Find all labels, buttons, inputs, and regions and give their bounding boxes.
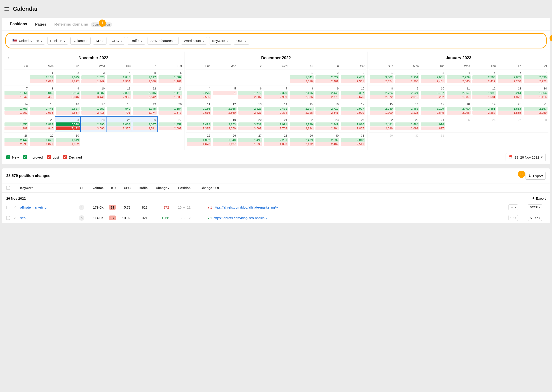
calendar-day[interactable]: 41,8481,954 xyxy=(106,70,132,85)
calendar-day[interactable]: 141,7631,869 xyxy=(4,101,29,117)
sf-badge[interactable]: 5 xyxy=(79,215,84,221)
calendar-day[interactable]: 72,3202,959 xyxy=(263,85,289,101)
legend-new[interactable]: ✓New xyxy=(6,155,19,159)
calendar-day[interactable]: 212,1572,059 xyxy=(523,101,548,117)
calendar-day[interactable]: 112,1562,616 xyxy=(186,101,212,117)
calendar-day[interactable]: 51 xyxy=(212,85,237,101)
calendar-day[interactable]: 252,0642,376 xyxy=(106,117,132,132)
chart-button[interactable]: 〰 xyxy=(509,215,518,221)
tab-positions[interactable]: Positions xyxy=(6,18,31,30)
calendar-day[interactable]: 52,5652,412 xyxy=(471,70,497,85)
calendar-day[interactable]: 92,6242,012 xyxy=(394,85,420,101)
keyword-link[interactable]: seo xyxy=(20,216,72,220)
calendar-day[interactable]: 21,6251,892 xyxy=(55,70,81,85)
calendar-day[interactable]: 24914827 xyxy=(420,117,446,132)
calendar-day[interactable]: 172,9072,999 xyxy=(340,101,366,117)
group-export[interactable]: ⬇Export xyxy=(532,196,546,200)
filter-url[interactable]: URL xyxy=(234,37,249,45)
calendar-day[interactable]: 122,3162,542 xyxy=(132,85,157,101)
calendar-day[interactable]: 162,4532,225 xyxy=(394,101,420,117)
calendar-day[interactable]: 132,3272,427 xyxy=(237,101,263,117)
calendar-day[interactable]: 152,7452,985 xyxy=(29,101,55,117)
calendar-day[interactable]: 141,3541,116 xyxy=(523,85,548,101)
calendar-day[interactable]: 201,6631,568 xyxy=(497,101,523,117)
tab-pages[interactable]: Pages xyxy=(31,18,50,30)
select-all-checkbox[interactable] xyxy=(6,186,10,190)
calendar-day[interactable]: 261,3401,197 xyxy=(212,132,237,148)
calendar-day[interactable]: 192,4812,268 xyxy=(471,101,497,117)
filter-word-count[interactable]: Word count xyxy=(181,37,207,45)
calendar-day[interactable]: 32,4022,561 xyxy=(340,70,366,85)
row-checkbox[interactable] xyxy=(6,206,10,209)
calendar-day[interactable]: 142,4712,384 xyxy=(263,101,289,117)
calendar-day[interactable]: 42,2752,595 xyxy=(186,85,212,101)
filter-united-states[interactable]: United States xyxy=(10,37,45,45)
calendar-day[interactable]: 191,3451,774 xyxy=(132,101,157,117)
filter-volume[interactable]: Volume xyxy=(70,37,90,45)
calendar-day[interactable]: 31,6201,749 xyxy=(81,70,106,85)
filter-kd[interactable]: KD xyxy=(93,37,106,45)
calendar-day[interactable]: 152,3972,326 xyxy=(289,101,314,117)
calendar-day[interactable]: 312,8182,511 xyxy=(340,132,366,148)
calendar-day[interactable]: 71,6611,842 xyxy=(4,85,29,101)
calendar-day[interactable]: 102,7072,252 xyxy=(420,85,446,101)
calendar-day[interactable]: 271,8592,097 xyxy=(158,117,183,132)
calendar-day[interactable]: 212,9912,704 xyxy=(263,117,289,132)
calendar-day[interactable]: 82,4962,936 xyxy=(289,85,314,101)
calendar-day[interactable]: 222,7292,394 xyxy=(289,117,314,132)
calendar-day[interactable]: 132,2141,871 xyxy=(497,85,523,101)
calendar-day[interactable]: 173,1992,845 xyxy=(420,101,446,117)
serp-button[interactable]: SERP xyxy=(528,204,542,210)
legend-improved[interactable]: ✓Improved xyxy=(23,155,43,159)
calendar-day[interactable]: 62,6052,230 xyxy=(497,70,523,85)
calendar-day[interactable]: 171,8522,416 xyxy=(81,101,106,117)
calendar-day[interactable]: 13,0022,354 xyxy=(369,70,394,85)
calendar-day[interactable]: 22,9512,360 xyxy=(394,70,420,85)
sf-badge[interactable]: 4 xyxy=(79,205,84,210)
calendar-day[interactable]: 11,1571,623 xyxy=(29,70,55,85)
filter-cpc[interactable]: CPC xyxy=(109,37,125,45)
url-link[interactable]: https://ahrefs.com/blog/seo-basics/ xyxy=(214,216,507,220)
calendar-day[interactable]: 211,4501,889 xyxy=(4,117,29,132)
calendar-day[interactable]: 291,6291,827 xyxy=(29,132,55,148)
date-range-button[interactable]: 📅 23–26 Nov 2022 ▾ xyxy=(506,153,546,161)
calendar-day[interactable]: 152,0491,800 xyxy=(369,101,394,117)
row-checkbox[interactable] xyxy=(6,216,10,220)
menu-icon[interactable] xyxy=(5,7,9,11)
calendar-day[interactable]: 162,7122,541 xyxy=(315,101,340,117)
calendar-day[interactable]: 282,4422,293 xyxy=(4,132,29,148)
calendar-day[interactable]: 232,4842,098 xyxy=(394,117,420,132)
legend-declined[interactable]: ✓Declined xyxy=(63,155,82,159)
prev-month[interactable]: ‹ xyxy=(8,56,9,60)
filter-traffic[interactable]: Traffic xyxy=(127,37,145,45)
calendar-day[interactable]: 201,1541,578 xyxy=(158,101,183,117)
calendar-day[interactable]: 232,3472,294 xyxy=(315,117,340,132)
calendar-day[interactable]: 183,4723,325 xyxy=(186,117,212,132)
calendar-day[interactable]: 242,8953,596 xyxy=(81,117,106,132)
calendar-day[interactable]: 61,0891,161 xyxy=(158,70,183,85)
calendar-day[interactable]: 262,0472,511 xyxy=(132,117,157,132)
calendar-day[interactable]: 92,9243,046 xyxy=(55,85,81,101)
calendar-day[interactable]: 223,8844,946 xyxy=(29,117,55,132)
calendar-day[interactable]: 18540701 xyxy=(106,101,132,117)
calendar-day[interactable]: 292,4392,192 xyxy=(289,132,314,148)
calendar-day[interactable]: 52,1172,088 xyxy=(132,70,157,85)
export-button[interactable]: ⬇ Export xyxy=(525,172,546,180)
calendar-day[interactable]: 103,0873,441 xyxy=(81,85,106,101)
calendar-day[interactable]: 203,7323,569 xyxy=(237,117,263,132)
chart-button[interactable]: 〰 xyxy=(509,204,518,210)
calendar-day[interactable]: 102,3672,676 xyxy=(340,85,366,101)
calendar-day[interactable]: 121,9951,681 xyxy=(471,85,497,101)
calendar-day[interactable]: 122,1682,560 xyxy=(212,101,237,117)
calendar-day[interactable]: 82,7242,072 xyxy=(369,85,394,101)
calendar-day[interactable]: 302,6322,462 xyxy=(315,132,340,148)
calendar-day[interactable]: 251,8521,676 xyxy=(186,132,212,148)
calendar-day[interactable]: 301,6191,992 xyxy=(55,132,81,148)
calendar-day[interactable]: 271,4981,230 xyxy=(237,132,263,148)
serp-button[interactable]: SERP xyxy=(528,215,542,221)
calendar-day[interactable]: 235,5987,492 xyxy=(55,117,81,132)
calendar-day[interactable]: 32,9312,401 xyxy=(420,70,446,85)
calendar-day[interactable]: 22,0272,461 xyxy=(315,70,340,85)
calendar-day[interactable]: 11,8412,318 xyxy=(289,70,314,85)
calendar-day[interactable]: 222,4812,096 xyxy=(369,117,394,132)
